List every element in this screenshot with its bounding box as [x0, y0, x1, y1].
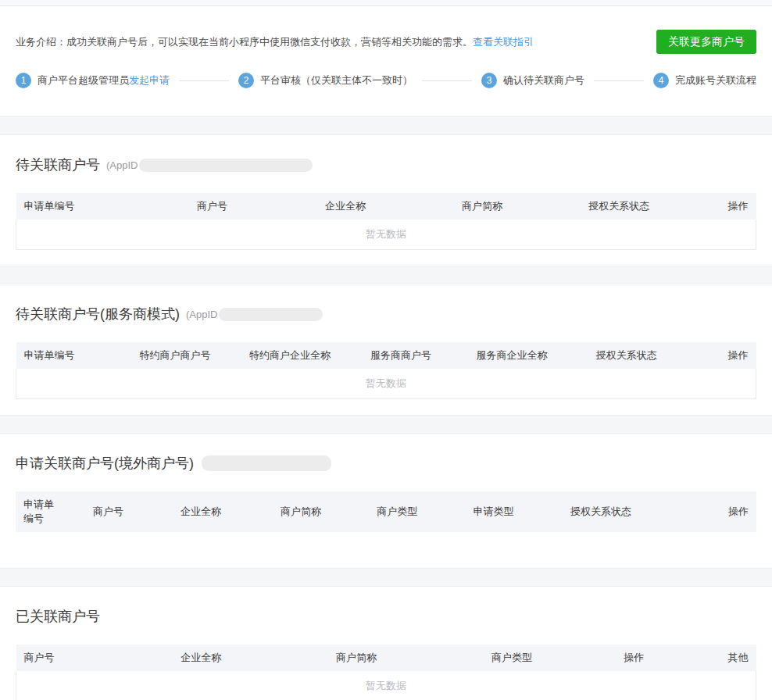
step-connector — [422, 80, 472, 81]
appid-label: (AppID — [106, 159, 138, 171]
col-header: 商户简称 — [252, 491, 348, 532]
empty-row: 暂无数据 — [16, 671, 756, 700]
col-header: 企业全称 — [127, 645, 275, 671]
associate-more-button[interactable]: 关联更多商户号 — [656, 30, 756, 54]
section-title-row: 已关联商户号 — [16, 587, 756, 645]
step-2-label: 平台审核（仅关联主体不一致时） — [260, 73, 413, 88]
col-header: 授权关系状态 — [549, 193, 689, 220]
empty-state-text: 暂无数据 — [16, 220, 756, 250]
redacted-value — [202, 455, 331, 471]
appid-redacted-value — [139, 159, 313, 172]
appid-redacted-value — [219, 308, 323, 321]
table-header-row: 申请单编号 特约商户商户号 特约商户企业全称 服务商商户号 服务商企业全称 授权… — [16, 342, 756, 369]
col-header: 商户号 — [16, 645, 127, 671]
step-1-initiate-link[interactable]: 发起申请 — [129, 73, 170, 88]
section-title: 申请关联商户号(境外商户号) — [16, 454, 194, 473]
step-connector — [594, 80, 644, 81]
step-3-label: 确认待关联商户号 — [503, 73, 584, 88]
col-header: 操作 — [586, 645, 682, 671]
service-provider-table: 申请单编号 特约商户商户号 特约商户企业全称 服务商商户号 服务商企业全称 授权… — [16, 342, 756, 399]
col-header: 商户类型 — [438, 645, 585, 671]
empty-row: 暂无数据 — [16, 220, 756, 250]
step-3: 3 确认待关联商户号 — [481, 73, 584, 88]
col-header: 商户号 — [67, 491, 148, 532]
step-1-label: 商户平台超级管理员 — [38, 73, 129, 88]
section-gap — [0, 116, 772, 135]
section-title: 待关联商户号(服务商模式) — [16, 305, 180, 323]
intro-description: 业务介绍：成功关联商户号后，可以实现在当前小程序中使用微信支付收款，营销等相关功… — [16, 36, 473, 48]
intro-panel: 业务介绍：成功关联商户号后，可以实现在当前小程序中使用微信支付收款，营销等相关功… — [0, 6, 772, 116]
col-header: 特约商户企业全称 — [231, 342, 349, 369]
step-4-label: 完成账号关联流程 — [675, 73, 756, 88]
section-title-row: 待关联商户号 (AppID — [16, 135, 756, 193]
empty-state-text: 暂无数据 — [16, 671, 756, 700]
section-pending-merchants: 待关联商户号 (AppID 申请单编号 商户号 企业全称 商户简称 授权关系状态… — [0, 135, 772, 266]
step-2: 2 平台审核（仅关联主体不一致时） — [238, 73, 413, 88]
table-header-row: 商户号 企业全称 商户简称 商户类型 操作 其他 — [16, 645, 756, 671]
section-overseas-merchants: 申请关联商户号(境外商户号) 申请单编号 商户号 企业全称 商户简称 商户类型 … — [0, 434, 772, 568]
pending-merchants-table: 申请单编号 商户号 企业全称 商户简称 授权关系状态 操作 暂无数据 — [16, 193, 756, 250]
table-header-row: 申请单编号 商户号 企业全称 商户简称 授权关系状态 操作 — [16, 193, 756, 220]
col-header: 授权关系状态 — [541, 491, 660, 532]
appid-label: (AppID — [186, 309, 217, 320]
empty-state-text: 暂无数据 — [16, 369, 756, 399]
col-header: 企业全称 — [149, 491, 253, 532]
view-guide-link[interactable]: 查看关联指引 — [473, 36, 534, 48]
step-2-badge: 2 — [238, 73, 254, 88]
section-title: 待关联商户号 — [16, 155, 100, 174]
col-header: 商户简称 — [275, 645, 438, 671]
col-header: 操作 — [682, 342, 756, 369]
associated-merchants-table: 商户号 企业全称 商户简称 商户类型 操作 其他 暂无数据 — [16, 645, 756, 700]
section-associated-merchants: 已关联商户号 商户号 企业全称 商户简称 商户类型 操作 其他 暂无数据 — [0, 587, 772, 700]
col-header: 商户号 — [149, 193, 275, 220]
intro-text: 业务介绍：成功关联商户号后，可以实现在当前小程序中使用微信支付收款，营销等相关功… — [16, 35, 534, 49]
step-connector — [179, 80, 229, 81]
step-4: 4 完成账号关联流程 — [653, 73, 756, 88]
step-1-badge: 1 — [16, 73, 31, 88]
col-header: 特约商户商户号 — [120, 342, 231, 369]
col-header: 服务商企业全称 — [452, 342, 571, 369]
step-1: 1 商户平台超级管理员发起申请 — [16, 73, 170, 88]
section-gap — [0, 568, 772, 587]
col-header: 申请类型 — [445, 491, 541, 532]
table-header-row: 申请单编号 商户号 企业全称 商户简称 商户类型 申请类型 授权关系状态 操作 — [16, 491, 756, 532]
empty-row: 暂无数据 — [16, 369, 756, 399]
section-title: 已关联商户号 — [16, 607, 100, 626]
section-gap — [0, 266, 772, 284]
col-header: 企业全称 — [275, 193, 416, 220]
col-header: 其他 — [682, 645, 756, 671]
col-header: 操作 — [689, 193, 756, 220]
overseas-merchants-table: 申请单编号 商户号 企业全称 商户简称 商户类型 申请类型 授权关系状态 操作 — [16, 491, 756, 532]
col-header: 服务商商户号 — [349, 342, 453, 369]
steps-bar: 1 商户平台超级管理员发起申请 2 平台审核（仅关联主体不一致时） 3 确认待关… — [16, 73, 756, 88]
section-title-row: 申请关联商户号(境外商户号) — [16, 434, 756, 491]
col-header: 操作 — [660, 491, 756, 532]
section-title-row: 待关联商户号(服务商模式) (AppID — [16, 284, 756, 342]
col-header: 申请单编号 — [16, 342, 120, 369]
col-header: 商户简称 — [416, 193, 549, 220]
step-4-badge: 4 — [653, 73, 669, 88]
col-header: 商户类型 — [349, 491, 445, 532]
step-3-badge: 3 — [481, 73, 497, 88]
section-pending-service-provider: 待关联商户号(服务商模式) (AppID 申请单编号 特约商户商户号 特约商户企… — [0, 284, 772, 415]
col-header: 授权关系状态 — [571, 342, 682, 369]
col-header: 申请单编号 — [16, 193, 149, 220]
section-gap — [0, 415, 772, 434]
top-divider — [0, 0, 772, 6]
col-header: 申请单编号 — [16, 491, 67, 532]
